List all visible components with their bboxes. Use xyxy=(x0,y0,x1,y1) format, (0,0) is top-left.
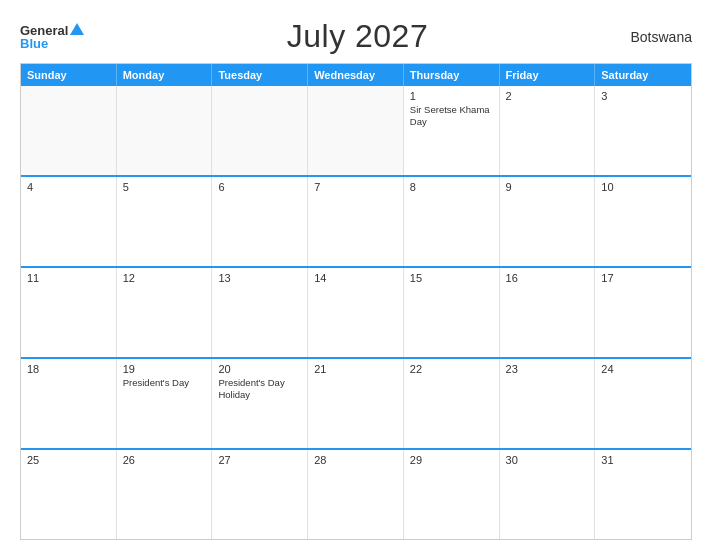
day-cell: 18 xyxy=(21,359,117,448)
day-number: 21 xyxy=(314,363,397,375)
week-row: 11121314151617 xyxy=(21,268,691,359)
country-label: Botswana xyxy=(631,29,692,45)
day-number: 23 xyxy=(506,363,589,375)
week-row: 25262728293031 xyxy=(21,450,691,539)
weeks-container: 1Sir Seretse Khama Day234567891011121314… xyxy=(21,86,691,539)
calendar-title: July 2027 xyxy=(287,18,428,55)
weekday-cell: Monday xyxy=(117,64,213,86)
day-number: 31 xyxy=(601,454,685,466)
page: General Blue July 2027 Botswana SundayMo… xyxy=(0,0,712,550)
day-cell xyxy=(212,86,308,175)
day-cell: 19President's Day xyxy=(117,359,213,448)
holiday-name: Sir Seretse Khama Day xyxy=(410,104,493,129)
day-number: 22 xyxy=(410,363,493,375)
day-number: 24 xyxy=(601,363,685,375)
day-cell: 13 xyxy=(212,268,308,357)
day-number: 10 xyxy=(601,181,685,193)
day-number: 16 xyxy=(506,272,589,284)
day-number: 29 xyxy=(410,454,493,466)
day-cell: 4 xyxy=(21,177,117,266)
day-cell: 1Sir Seretse Khama Day xyxy=(404,86,500,175)
day-cell: 6 xyxy=(212,177,308,266)
week-row: 1Sir Seretse Khama Day23 xyxy=(21,86,691,177)
logo-triangle-icon xyxy=(70,23,84,35)
day-number: 15 xyxy=(410,272,493,284)
day-number: 14 xyxy=(314,272,397,284)
day-cell: 16 xyxy=(500,268,596,357)
holiday-name: President's Day xyxy=(123,377,206,389)
day-number: 1 xyxy=(410,90,493,102)
day-number: 3 xyxy=(601,90,685,102)
day-cell: 20President's Day Holiday xyxy=(212,359,308,448)
day-number: 13 xyxy=(218,272,301,284)
day-cell: 11 xyxy=(21,268,117,357)
day-number: 5 xyxy=(123,181,206,193)
weekday-cell: Friday xyxy=(500,64,596,86)
day-cell: 24 xyxy=(595,359,691,448)
day-cell: 15 xyxy=(404,268,500,357)
day-cell: 7 xyxy=(308,177,404,266)
day-cell: 2 xyxy=(500,86,596,175)
day-number: 6 xyxy=(218,181,301,193)
logo-blue: Blue xyxy=(20,37,48,50)
week-row: 45678910 xyxy=(21,177,691,268)
day-number: 11 xyxy=(27,272,110,284)
header: General Blue July 2027 Botswana xyxy=(20,18,692,55)
day-number: 19 xyxy=(123,363,206,375)
day-cell: 26 xyxy=(117,450,213,539)
day-number: 20 xyxy=(218,363,301,375)
day-cell: 31 xyxy=(595,450,691,539)
day-number: 28 xyxy=(314,454,397,466)
calendar: SundayMondayTuesdayWednesdayThursdayFrid… xyxy=(20,63,692,540)
day-number: 8 xyxy=(410,181,493,193)
day-number: 30 xyxy=(506,454,589,466)
weekday-cell: Tuesday xyxy=(212,64,308,86)
day-number: 12 xyxy=(123,272,206,284)
day-number: 18 xyxy=(27,363,110,375)
day-cell: 8 xyxy=(404,177,500,266)
day-cell: 28 xyxy=(308,450,404,539)
weekday-cell: Wednesday xyxy=(308,64,404,86)
day-cell xyxy=(308,86,404,175)
day-cell: 17 xyxy=(595,268,691,357)
day-cell: 29 xyxy=(404,450,500,539)
day-cell: 25 xyxy=(21,450,117,539)
day-cell: 23 xyxy=(500,359,596,448)
day-cell xyxy=(21,86,117,175)
day-number: 7 xyxy=(314,181,397,193)
day-number: 17 xyxy=(601,272,685,284)
day-cell: 30 xyxy=(500,450,596,539)
day-number: 2 xyxy=(506,90,589,102)
day-number: 26 xyxy=(123,454,206,466)
day-cell: 9 xyxy=(500,177,596,266)
day-number: 9 xyxy=(506,181,589,193)
day-cell: 21 xyxy=(308,359,404,448)
logo-general: General xyxy=(20,24,68,37)
weekdays-row: SundayMondayTuesdayWednesdayThursdayFrid… xyxy=(21,64,691,86)
day-cell: 3 xyxy=(595,86,691,175)
day-number: 27 xyxy=(218,454,301,466)
day-cell: 27 xyxy=(212,450,308,539)
weekday-cell: Thursday xyxy=(404,64,500,86)
day-cell: 10 xyxy=(595,177,691,266)
weekday-cell: Saturday xyxy=(595,64,691,86)
day-cell: 22 xyxy=(404,359,500,448)
logo: General Blue xyxy=(20,23,84,50)
day-number: 4 xyxy=(27,181,110,193)
weekday-cell: Sunday xyxy=(21,64,117,86)
day-cell xyxy=(117,86,213,175)
holiday-name: President's Day Holiday xyxy=(218,377,301,402)
day-cell: 14 xyxy=(308,268,404,357)
week-row: 1819President's Day20President's Day Hol… xyxy=(21,359,691,450)
day-cell: 5 xyxy=(117,177,213,266)
day-cell: 12 xyxy=(117,268,213,357)
day-number: 25 xyxy=(27,454,110,466)
